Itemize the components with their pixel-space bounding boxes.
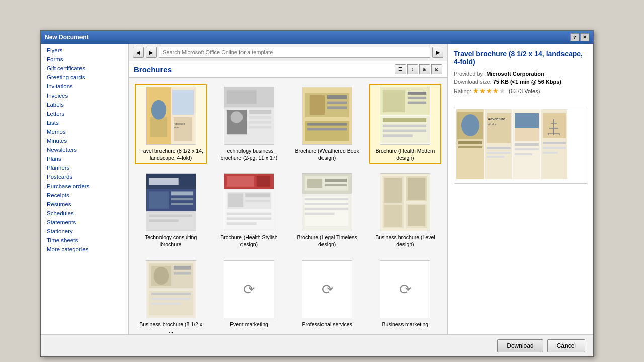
download-button[interactable]: Download — [497, 339, 543, 352]
dialog-title-buttons: ? ✕ — [570, 33, 589, 41]
brochure-thumb-tech-biz — [224, 87, 274, 145]
brochure-item-tech-biz[interactable]: Technology business brochure (2-pg, 11 x… — [213, 84, 285, 164]
svg-rect-112 — [515, 153, 532, 155]
new-document-dialog: New Document ? ✕ Flyers Forms Gift certi… — [40, 30, 594, 357]
sidebar-item-time-sheets[interactable]: Time sheets — [41, 236, 128, 245]
cancel-button[interactable]: Cancel — [547, 339, 585, 352]
svg-rect-72 — [305, 208, 348, 210]
svg-rect-123 — [543, 152, 558, 154]
sidebar-item-gift-certificates[interactable]: Gift certificates — [41, 64, 128, 73]
search-input[interactable] — [159, 47, 430, 58]
sidebar-item-flyers[interactable]: Flyers — [41, 46, 128, 55]
svg-rect-91 — [151, 292, 190, 295]
svg-rect-99 — [458, 146, 482, 148]
dialog-help-button[interactable]: ? — [570, 33, 579, 41]
sidebar-item-invoices[interactable]: Invoices — [41, 91, 128, 100]
spinner-icon-professional: ⟳ — [321, 281, 333, 298]
svg-rect-60 — [227, 218, 271, 220]
star-4: ★ — [493, 87, 499, 95]
sidebar-item-resumes[interactable]: Resumes — [41, 200, 128, 209]
sidebar-item-forms[interactable]: Forms — [41, 55, 128, 64]
right-panel-provided-by: Provided by: Microsoft Corporation — [454, 71, 587, 77]
sidebar-item-invitations[interactable]: Invitations — [41, 82, 128, 91]
sidebar-item-newsletters[interactable]: Newsletters — [41, 145, 128, 154]
loading-spinner-event: ⟳ — [224, 260, 274, 318]
sidebar-item-planners[interactable]: Planners — [41, 163, 128, 172]
svg-rect-13 — [249, 116, 271, 119]
brochure-item-business-marketing[interactable]: ⟳ Business marketing — [369, 257, 441, 334]
view-button-list[interactable]: ☰ — [395, 64, 406, 74]
brochure-item-health-stylish[interactable]: Brochure (Health Stylish design) — [213, 170, 285, 251]
svg-rect-31 — [408, 97, 426, 99]
brochure-item-professional[interactable]: ⟳ Professional services — [291, 257, 363, 334]
brochure-item-business-level[interactable]: Business brochure (Level design) — [369, 170, 441, 251]
view-button-large[interactable]: ⊠ — [431, 64, 442, 74]
brochure-label-business2: Business brochure (8 1/2 x ... — [138, 321, 204, 334]
sidebar-item-statements[interactable]: Statements — [41, 218, 128, 227]
svg-rect-48 — [149, 220, 179, 222]
svg-rect-47 — [149, 215, 192, 217]
sidebar-item-purchase-orders[interactable]: Purchase orders — [41, 182, 128, 191]
brochure-item-tech-consult[interactable]: Technology consulting brochure — [135, 170, 207, 251]
right-panel-title: Travel brochure (8 1/2 x 14, landscape, … — [454, 50, 587, 66]
sidebar-item-schedules[interactable]: Schedules — [41, 209, 128, 218]
brochure-grid: Adventure Works Travel brochure (8 1/2 x… — [129, 78, 447, 334]
svg-rect-32 — [408, 102, 426, 104]
star-rating: ★ ★ ★ ★ ★ — [473, 87, 505, 95]
sidebar-item-letters[interactable]: Letters — [41, 109, 128, 118]
brochure-thumb-tech-consult — [146, 173, 196, 231]
svg-rect-44 — [171, 198, 193, 200]
brochure-item-business2[interactable]: Business brochure (8 1/2 x ... — [135, 257, 207, 334]
spinner-icon-event: ⟳ — [243, 281, 255, 298]
svg-text:Adventure: Adventure — [174, 123, 185, 125]
dialog-title: New Document — [45, 34, 89, 41]
search-forward-button[interactable]: ▶ — [146, 47, 157, 58]
svg-rect-66 — [307, 179, 322, 188]
view-button-medium[interactable]: ⊞ — [419, 64, 430, 74]
brochure-label-health-stylish: Brochure (Health Stylish design) — [216, 234, 282, 248]
svg-rect-15 — [249, 126, 271, 129]
sidebar-item-greeting-cards[interactable]: Greeting cards — [41, 73, 128, 82]
brochure-item-legal[interactable]: Brochure (Legal Timeless design) — [291, 170, 363, 251]
svg-text:Works: Works — [174, 126, 179, 129]
brochure-item-health-modern[interactable]: Brochure (Health Modern design) — [369, 84, 441, 164]
preview-image-container: Adventure Works — [454, 107, 587, 184]
brochure-thumb-health-stylish — [224, 173, 274, 231]
svg-rect-122 — [543, 147, 566, 149]
search-back-button[interactable]: ◀ — [133, 47, 144, 58]
star-2: ★ — [479, 87, 486, 95]
provided-by-value: Microsoft Corporation — [486, 71, 544, 77]
svg-rect-109 — [515, 113, 539, 128]
brochure-grid-wrapper[interactable]: Adventure Works Travel brochure (8 1/2 x… — [129, 78, 447, 334]
brochure-item-event[interactable]: ⟳ Event marketing — [213, 257, 285, 334]
view-controls: ☰ ↕ ⊞ ⊠ — [395, 64, 442, 74]
search-go-button[interactable]: ▶ — [432, 47, 443, 58]
svg-rect-79 — [384, 178, 402, 203]
brochure-label-travel: Travel brochure (8 1/2 x 14, landscape, … — [138, 148, 204, 161]
sidebar-item-plans[interactable]: Plans — [41, 154, 128, 163]
brochure-item-weathered[interactable]: Brochure (Weathered Book design) — [291, 84, 363, 164]
svg-point-87 — [153, 266, 168, 284]
sidebar-item-memos[interactable]: Memos — [41, 127, 128, 136]
dialog-close-button[interactable]: ✕ — [580, 33, 589, 41]
svg-rect-92 — [151, 297, 190, 300]
svg-rect-42 — [149, 192, 169, 209]
sidebar-item-postcards[interactable]: Postcards — [41, 172, 128, 182]
svg-point-97 — [461, 114, 479, 136]
svg-rect-52 — [227, 176, 254, 187]
sidebar-item-minutes[interactable]: Minutes — [41, 136, 128, 145]
svg-rect-67 — [325, 179, 347, 182]
sidebar-item-stationery[interactable]: Stationery — [41, 227, 128, 236]
right-panel-download-size: Download size: 75 KB (<1 min @ 56 Kbps) — [454, 79, 587, 85]
svg-rect-56 — [228, 194, 243, 207]
svg-rect-68 — [325, 184, 347, 186]
view-button-sort[interactable]: ↕ — [407, 64, 418, 74]
sidebar-item-more-categories[interactable]: More categories — [41, 245, 128, 254]
svg-rect-106 — [487, 156, 504, 158]
sidebar-item-lists[interactable]: Lists — [41, 118, 128, 127]
sidebar-item-receipts[interactable]: Receipts — [41, 191, 128, 200]
spinner-icon-business-marketing: ⟳ — [399, 281, 411, 298]
brochure-item-travel[interactable]: Adventure Works Travel brochure (8 1/2 x… — [135, 84, 207, 164]
sidebar-item-labels[interactable]: Labels — [41, 100, 128, 109]
svg-rect-82 — [408, 205, 425, 226]
